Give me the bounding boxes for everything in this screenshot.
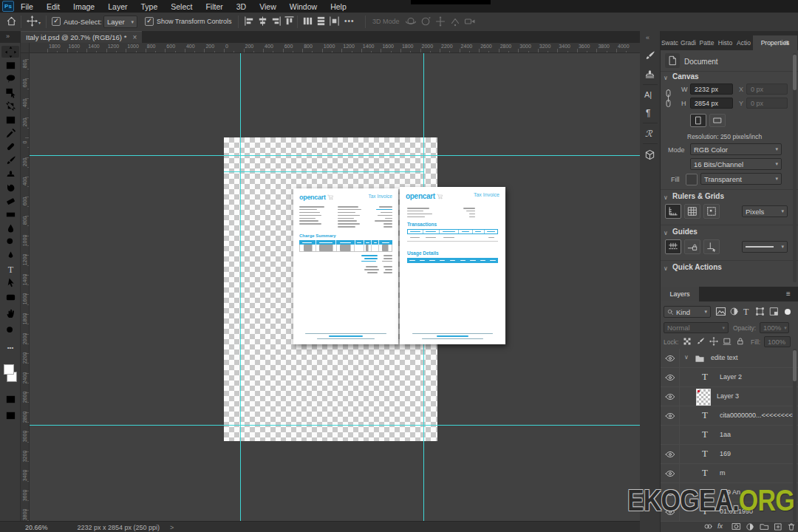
toggle-rulers-button[interactable] [665, 204, 681, 219]
quick-actions-header[interactable]: Quick Actions [672, 263, 722, 271]
link-dimensions-icon[interactable] [664, 89, 673, 108]
edit-toolbar-icon[interactable]: ••• [4, 341, 17, 353]
tab-close-icon[interactable]: × [132, 33, 137, 41]
canvas-section-header[interactable]: Canvas [672, 72, 699, 81]
toggle-guides-button[interactable] [665, 239, 681, 254]
menu-item-help[interactable]: Help [324, 2, 353, 11]
layers-panel-tab[interactable]: Layers [661, 287, 699, 301]
zoom-tool-icon[interactable] [4, 324, 17, 336]
history-brush-tool-icon[interactable] [4, 182, 17, 194]
smart-guides-button[interactable] [703, 239, 720, 254]
layer-name[interactable]: cita0000000...<<<<<<<<0 d [720, 412, 798, 419]
lock-paint-icon[interactable] [696, 337, 705, 346]
lock-guides-button[interactable] [684, 239, 700, 254]
horizontal-guide[interactable] [224, 171, 424, 172]
frame-tool-icon[interactable] [4, 114, 17, 126]
filter-smart-objects-icon[interactable] [769, 307, 779, 316]
height-field[interactable]: 2854 px [690, 98, 733, 109]
toggle-grid-button[interactable] [684, 204, 700, 219]
align-right-icon[interactable] [270, 16, 282, 27]
layer-visibility-toggle[interactable] [661, 387, 680, 406]
vertical-guide[interactable] [240, 53, 241, 521]
layer-name[interactable]: 169 [720, 450, 731, 457]
landscape-orientation-button[interactable] [709, 114, 726, 127]
lock-all-icon[interactable] [736, 337, 745, 346]
new-adjustment-layer-icon[interactable] [746, 522, 754, 531]
status-caret-icon[interactable]: > [170, 524, 174, 531]
gradient-tool-icon[interactable] [4, 209, 17, 221]
menu-item-3d[interactable]: 3D [230, 2, 253, 11]
layer-row-1[interactable]: TLayer 2 [661, 368, 798, 387]
align-left-icon[interactable] [244, 16, 255, 27]
layer-thumbnail[interactable] [696, 389, 711, 406]
toggle-pixel-grid-button[interactable] [703, 204, 720, 219]
character-panel-icon[interactable]: A| [644, 90, 652, 99]
guides-chevron-icon[interactable]: ∨ [664, 230, 668, 236]
shape-tool-icon[interactable] [4, 291, 17, 303]
layer-row-4[interactable]: T1aa [661, 426, 798, 445]
type-tool-icon[interactable]: T [4, 263, 17, 275]
menu-item-image[interactable]: Image [66, 2, 101, 11]
layer-row-2[interactable]: Layer 3 [661, 387, 798, 406]
fill-dropdown[interactable]: Transparent▾ [700, 173, 782, 185]
align-top-icon[interactable] [284, 16, 295, 27]
bit-depth-dropdown[interactable]: 16 Bits/Channel▾ [690, 158, 782, 170]
panel-tab-actio[interactable]: Actio [734, 35, 753, 50]
menu-item-layer[interactable]: Layer [101, 2, 134, 11]
layer-name[interactable]: Layer 3 [717, 392, 739, 400]
layer-visibility-toggle[interactable] [661, 445, 680, 463]
layer-row-3[interactable]: Tcita0000000...<<<<<<<<0 d [661, 406, 798, 426]
delete-layer-icon[interactable] [787, 522, 796, 531]
layer-visibility-toggle[interactable] [661, 426, 680, 444]
canvas-section-chevron-icon[interactable]: ∨ [664, 75, 668, 81]
layer-effects-icon[interactable]: fx [717, 522, 723, 530]
hand-tool-icon[interactable] [4, 307, 17, 319]
blur-tool-icon[interactable] [4, 222, 17, 234]
zoom-level-field[interactable]: 20.66% [25, 524, 48, 531]
move-tool-icon[interactable] [1, 46, 19, 58]
horizontal-guide[interactable] [30, 155, 640, 156]
menu-item-type[interactable]: Type [134, 2, 164, 11]
portrait-orientation-button[interactable] [690, 114, 706, 127]
layer-name[interactable]: edite text [711, 354, 738, 361]
panel-tab-gradi[interactable]: Gradi [679, 35, 698, 50]
properties-scrollbar[interactable] [793, 53, 797, 282]
show-transform-checkbox[interactable]: ✓ [145, 17, 154, 26]
brush-tool-icon[interactable] [4, 154, 17, 166]
group-chevron-icon[interactable]: ∨ [684, 354, 689, 361]
layer-visibility-toggle[interactable] [661, 464, 680, 482]
menu-item-window[interactable]: Window [283, 2, 324, 11]
document-tab[interactable]: Italy id.psd @ 20.7% (RGB/16) * × [21, 31, 142, 43]
move-tool-icon[interactable] [27, 16, 38, 27]
lock-transparent-icon[interactable] [683, 337, 692, 346]
menu-item-file[interactable]: File [14, 2, 40, 11]
move-tool-caret-icon[interactable]: ▾ [38, 20, 41, 25]
horizontal-guide[interactable] [30, 425, 640, 426]
filter-toggle-icon[interactable] [785, 309, 791, 315]
menu-item-edit[interactable]: Edit [40, 2, 66, 11]
filter-shape-layers-icon[interactable] [755, 307, 765, 316]
marquee-tool-icon[interactable] [4, 59, 17, 71]
clone-stamp-tool-icon[interactable] [4, 168, 17, 180]
layer-visibility-toggle[interactable] [661, 406, 680, 425]
quick-actions-chevron-icon[interactable]: ∨ [664, 265, 668, 272]
clone-source-panel-icon[interactable] [644, 68, 655, 79]
more-options-icon[interactable]: ••• [344, 17, 355, 25]
brush-settings-panel-icon[interactable] [644, 50, 655, 61]
color-mode-dropdown[interactable]: RGB Color▾ [690, 143, 782, 155]
layer-row-5[interactable]: T169 [661, 445, 798, 464]
lasso-tool-icon[interactable] [4, 73, 17, 85]
foreground-background-swatches[interactable] [4, 362, 17, 383]
pen-tool-icon[interactable] [4, 250, 17, 262]
distribute-vertical-icon[interactable] [316, 16, 327, 27]
auto-select-target-dropdown[interactable]: Layer▾ [103, 16, 137, 28]
crop-tool-icon[interactable] [4, 100, 17, 112]
new-group-icon[interactable] [760, 522, 769, 531]
eyedropper-tool-icon[interactable] [4, 127, 17, 139]
guides-header[interactable]: Guides [672, 228, 698, 236]
align-center-icon[interactable] [257, 16, 268, 27]
home-icon[interactable] [6, 16, 17, 27]
properties-menu-icon[interactable]: ≡ [785, 38, 789, 47]
rulers-grids-chevron-icon[interactable]: ∨ [664, 194, 668, 201]
distribute-horizontal-icon[interactable] [302, 16, 313, 27]
